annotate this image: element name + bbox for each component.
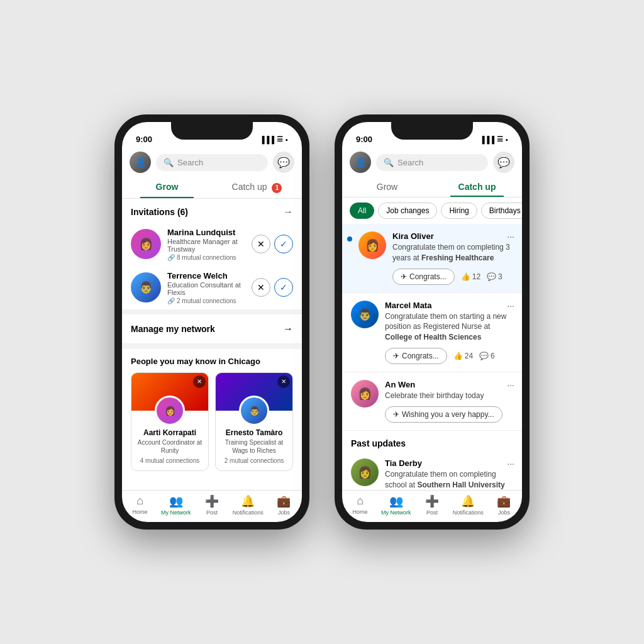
filter-birthdays[interactable]: Birthdays [481,203,522,219]
tab-grow-right[interactable]: Grow [342,177,432,197]
aarti-name: Aarti Korrapati [136,428,203,437]
notch-right [391,122,473,140]
search-bar-left[interactable]: 🔍 Search [156,154,268,171]
filter-job-changes[interactable]: Job changes [378,203,437,219]
user-avatar-right[interactable]: 👤 [350,152,371,173]
catchup-item-anwen: 👩 An Wen Celebrate their birthday today … [342,372,522,431]
marina-decline-btn[interactable]: ✕ [252,235,270,253]
invitations-arrow[interactable]: → [283,206,293,218]
nav-jobs-label-left: Jobs [278,509,290,516]
scene: 9:00 ▐▐▐ ☰ ▪ 👤 🔍 Search 💬 [0,0,644,644]
anwen-avatar: 👩 [351,380,379,408]
tia-text: Congratulate them on completing school a… [385,469,513,490]
bottom-nav-right: ⌂ Home 👥 My Network ➕ Post 🔔 Notificatio… [342,490,522,522]
search-bar-right[interactable]: 🔍 Search [376,154,488,171]
anwen-wish-btn[interactable]: ✈ Wishing you a very happy... [385,406,502,423]
messages-icon-right[interactable]: 💬 [493,152,514,173]
terrence-info: Terrence Welch Education Consultant at F… [167,271,245,304]
nav-post-right[interactable]: ➕ Post [414,494,450,516]
marcel-more-btn[interactable]: ··· [507,301,514,311]
post-icon-left: ➕ [205,494,219,508]
marina-mutual: 🔗 8 mutual connections [167,254,245,261]
marina-accept-btn[interactable]: ✓ [274,235,293,253]
invitation-item-terrence: 👨 Terrence Welch Education Consultant at… [122,266,302,309]
manage-network-row[interactable]: Manage my network → [122,314,302,344]
marcel-congrats-btn[interactable]: ✈ Congrats... [385,348,447,364]
nav-home-left[interactable]: ⌂ Home [122,494,158,516]
marcel-name: Marcel Mata [385,301,513,310]
right-phone: 9:00 ▐▐▐ ☰ ▪ 👤 🔍 Search 💬 [335,114,530,530]
terrence-accept-btn[interactable]: ✓ [274,278,293,297]
terrence-mutual: 🔗 2 mutual connections [167,297,245,304]
terrence-avatar: 👨 [131,272,161,303]
search-icon-left: 🔍 [164,158,174,167]
nav-notifications-right[interactable]: 🔔 Notifications [450,494,486,516]
filter-hiring[interactable]: Hiring [441,203,477,219]
aarti-close-btn[interactable]: ✕ [193,375,206,388]
marcel-info: Marcel Mata Congratulate them on startin… [385,301,513,364]
divider-2 [122,344,302,349]
nav-post-left[interactable]: ➕ Post [194,494,230,516]
catchup-item-marcel: 👨 Marcel Mata Congratulate them on start… [342,293,522,372]
tab-grow-left[interactable]: Grow [122,177,212,198]
nav-notifications-left[interactable]: 🔔 Notifications [230,494,266,516]
nav-notifications-label-left: Notifications [233,509,264,516]
anwen-text: Celebrate their birthday today [385,391,513,401]
invitations-title: Invitations (6) [131,207,188,217]
app-header-right: 👤 🔍 Search 💬 [342,148,522,177]
nav-mynetwork-right[interactable]: 👥 My Network [378,494,414,516]
person-card-ernesto: ✕ 👨 Ernesto Tamàro Training Specialist a… [215,372,293,471]
tab-catchup-left[interactable]: Catch up 1 [212,177,302,198]
messages-icon-left[interactable]: 💬 [273,152,294,173]
ernesto-close-btn[interactable]: ✕ [277,375,290,388]
congrats-send-icon: ✈ [401,272,407,281]
content-left: Invitations (6) → 👩 Marina Lundquist Hea… [122,199,302,491]
past-updates-header: Past updates [342,431,522,451]
anwen-more-btn[interactable]: ··· [507,380,514,390]
person-card-aarti: ✕ 👩 Aarti Korrapati Account Coordinator … [131,372,209,471]
anwen-actions: ✈ Wishing you a very happy... [385,406,513,423]
nav-home-label-right: Home [353,509,368,515]
tia-more-btn[interactable]: ··· [507,458,514,469]
marina-avatar: 👩 [131,229,161,259]
kira-info: Kira Oliver Congratulate them on complet… [392,231,513,285]
catchup-item-kira: 👩 Kira Oliver Congratulate them on compl… [342,224,522,293]
user-avatar-left[interactable]: 👤 [130,152,151,173]
nav-home-right[interactable]: ⌂ Home [342,494,378,516]
tab-catchup-right[interactable]: Catch up [432,177,522,197]
home-icon-right: ⌂ [357,494,364,508]
invitations-header: Invitations (6) → [122,199,302,223]
terrence-actions: ✕ ✓ [252,278,293,297]
search-placeholder-right: Search [397,158,423,167]
aarti-mutual: 4 mutual connections [136,457,203,464]
ernesto-name: Ernesto Tamàro [221,428,287,437]
catchup-item-tia: 👩 Tia Derby Congratulate them on complet… [342,451,522,490]
congrats-send-icon-2: ✈ [393,352,399,360]
kira-more-btn[interactable]: ··· [507,231,514,242]
manage-network-label: Manage my network [131,324,215,334]
aarti-body: Aarti Korrapati Account Coordinator at R… [131,426,208,470]
notch [171,122,253,140]
kira-actions: ✈ Congrats... 👍 12 💬 3 [392,269,513,285]
marina-title: Healthcare Manager at Trustway [167,238,245,253]
kira-name: Kira Oliver [392,231,513,241]
kira-congrats-btn[interactable]: ✈ Congrats... [392,269,455,285]
anwen-info: An Wen Celebrate their birthday today ✈ … [385,380,513,423]
nav-jobs-left[interactable]: 💼 Jobs [266,494,302,516]
status-time-left: 9:00 [136,135,152,144]
filter-all[interactable]: All [350,203,374,219]
marina-actions: ✕ ✓ [252,235,293,253]
wish-send-icon: ✈ [393,410,399,419]
manage-network-arrow: → [283,323,293,335]
nav-post-label-right: Post [426,509,438,516]
app-header-left: 👤 🔍 Search 💬 [122,148,302,177]
nav-mynetwork-left[interactable]: 👥 My Network [158,494,194,516]
nav-jobs-right[interactable]: 💼 Jobs [486,494,522,516]
nav-mynetwork-label-right: My Network [381,509,411,516]
catchup-badge-left: 1 [272,183,282,193]
terrence-decline-btn[interactable]: ✕ [252,278,270,297]
tia-name: Tia Derby [385,458,513,468]
mynetwork-icon-left: 👥 [169,494,183,508]
ernesto-avatar: 👨 [239,396,269,426]
status-time-right: 9:00 [356,135,372,144]
